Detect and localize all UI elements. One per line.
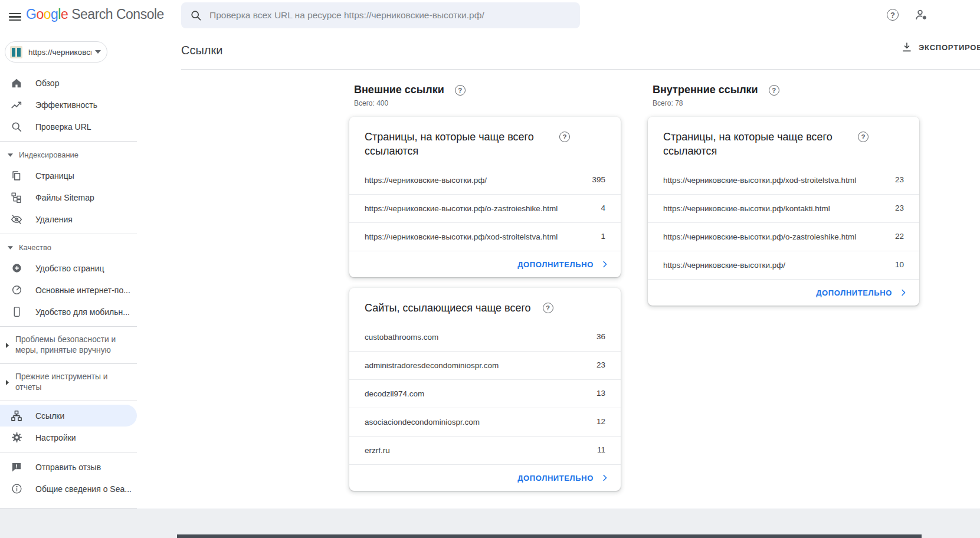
sidebar-item-label: Ссылки xyxy=(35,411,64,421)
row-url: https://черниковские-высотки.рф/ xyxy=(365,175,487,186)
sidebar-section-experience[interactable]: Качество xyxy=(0,238,137,257)
row-count: 10 xyxy=(895,260,904,269)
table-row[interactable]: administradoresdecondominiospr.com 23 xyxy=(349,351,621,379)
table-row[interactable]: erzrf.ru 11 xyxy=(349,436,621,464)
row-count: 1 xyxy=(601,231,605,241)
logo-letter: e xyxy=(61,6,68,22)
table-row[interactable]: https://черниковские-высотки.рф/xod-stro… xyxy=(349,222,621,251)
sidebar-section-indexing[interactable]: Индексирование xyxy=(0,145,137,165)
sidebar-item-links[interactable]: Ссылки xyxy=(0,405,137,427)
table-row[interactable]: asociaciondecondominiospr.com 12 xyxy=(349,408,621,436)
sidebar-item-feedback[interactable]: Отправить отзыв xyxy=(0,456,137,478)
core-web-vitals-icon xyxy=(9,283,24,297)
chevron-right-icon xyxy=(599,259,610,270)
sidebar-item-label: Эффективность xyxy=(35,100,97,110)
sidebar-item-label: Удобство для мобильн... xyxy=(35,307,130,317)
sidebar-section-label: Индексирование xyxy=(19,150,78,159)
internal-links-header: Внутренние ссылки ? Всего: 78 xyxy=(653,84,919,107)
sidebar-item-label: Страницы xyxy=(35,171,74,181)
sidebar-divider xyxy=(0,141,137,142)
property-selector[interactable]: https://черниковски... xyxy=(5,41,107,63)
help-icon[interactable]: ? xyxy=(769,85,779,96)
sidebar-item-core-web-vitals[interactable]: Основные интернет-по... xyxy=(0,279,137,301)
search-input[interactable] xyxy=(209,10,572,21)
sidebar-divider xyxy=(0,363,137,364)
chevron-down-icon xyxy=(6,246,14,250)
help-icon[interactable]: ? xyxy=(455,85,466,96)
help-icon[interactable]: ? xyxy=(858,132,868,142)
table-row[interactable]: https://черниковские-высотки.рф/o-zastro… xyxy=(349,194,621,222)
row-url: decodzil974.com xyxy=(365,388,424,399)
logo-letter: o xyxy=(36,6,43,22)
sidebar-item-about[interactable]: Общие сведения о Sea... xyxy=(0,478,137,500)
sidebar-item-security-manual-actions[interactable]: Проблемы безопасности и меры, принятые в… xyxy=(0,330,137,360)
page-title: Ссылки xyxy=(181,44,222,57)
table-row[interactable]: https://черниковские-высотки.рф/ 10 xyxy=(648,251,919,279)
sitemaps-icon xyxy=(9,191,24,205)
sidebar-item-url-inspection[interactable]: Проверка URL xyxy=(0,116,137,137)
table-row[interactable]: custobathrooms.com 36 xyxy=(349,323,621,351)
table-row[interactable]: decodzil974.com 13 xyxy=(349,379,621,408)
export-button[interactable]: ЭКСПОРТИРОВА xyxy=(901,41,980,53)
hamburger-icon[interactable] xyxy=(5,8,26,24)
property-label: https://черниковски... xyxy=(28,48,91,57)
sidebar-item-performance[interactable]: Эффективность xyxy=(0,94,137,116)
sidebar-item-label: Удаления xyxy=(35,215,73,224)
url-inspection-searchbox xyxy=(181,2,580,28)
bottom-strip xyxy=(0,509,980,538)
top-linked-pages-internal-card: Страницы, на которые чаще всего ссылаютс… xyxy=(648,117,919,306)
sidebar-item-mobile-usability[interactable]: Удобство для мобильн... xyxy=(0,301,137,323)
sidebar-item-label: Основные интернет-по... xyxy=(35,286,130,295)
row-url: https://черниковские-высотки.рф/xod-stro… xyxy=(663,175,856,186)
logo-letter: g xyxy=(51,6,58,22)
row-url: erzrf.ru xyxy=(365,445,390,456)
settings-icon xyxy=(9,431,24,445)
sidebar-divider xyxy=(0,234,137,234)
sidebar-item-page-experience[interactable]: Удобство страниц xyxy=(0,257,137,279)
table-row[interactable]: https://черниковские-высотки.рф/o-zastro… xyxy=(648,222,919,251)
report-columns: Внешние ссылки ? Всего: 400 Страницы, на… xyxy=(137,70,980,491)
more-label: ДОПОЛНИТЕЛЬНО xyxy=(517,474,594,483)
sidebar-divider xyxy=(0,326,137,327)
pages-icon xyxy=(9,169,24,183)
help-icon[interactable]: ? xyxy=(543,303,553,313)
more-button[interactable]: ДОПОЛНИТЕЛЬНО xyxy=(349,251,621,277)
sidebar-item-label: Проверка URL xyxy=(35,122,91,132)
table-row[interactable]: https://черниковские-высотки.рф/kontakti… xyxy=(648,194,919,222)
sidebar-item-legacy-tools[interactable]: Прежние инструменты и отчеты xyxy=(0,368,137,397)
url-inspection-icon xyxy=(9,120,24,134)
sidebar-item-settings[interactable]: Настройки xyxy=(0,427,137,448)
help-icon[interactable]: ? xyxy=(887,9,899,21)
main-content: Ссылки ЭКСПОРТИРОВА Внешние ссылки ? Все… xyxy=(137,31,980,509)
logo-suffix: Search Console xyxy=(71,6,164,22)
table-row[interactable]: https://черниковские-высотки.рф/xod-stro… xyxy=(648,166,919,194)
performance-icon xyxy=(9,98,24,112)
row-url: https://черниковские-высотки.рф/o-zastro… xyxy=(663,231,856,242)
sidebar-divider xyxy=(0,401,137,401)
more-button[interactable]: ДОПОЛНИТЕЛЬНО xyxy=(648,279,919,306)
chevron-down-icon xyxy=(6,153,14,157)
sidebar-item-sitemaps[interactable]: Файлы Sitemap xyxy=(0,186,137,208)
row-url: https://черниковские-высотки.рф/xod-stro… xyxy=(365,231,558,242)
sidebar-item-removals[interactable]: Удаления xyxy=(0,208,137,230)
logo-letter: G xyxy=(26,6,36,22)
external-links-total: Всего: 400 xyxy=(354,99,621,107)
export-label: ЭКСПОРТИРОВА xyxy=(919,43,980,52)
row-count: 23 xyxy=(895,203,904,212)
internal-links-column: Внутренние ссылки ? Всего: 78 Страницы, … xyxy=(648,84,919,491)
row-url: https://черниковские-высотки.рф/o-zastro… xyxy=(365,203,558,214)
row-url: https://черниковские-высотки.рф/ xyxy=(663,260,785,271)
sidebar-item-label: Настройки xyxy=(35,433,76,442)
more-button[interactable]: ДОПОЛНИТЕЛЬНО xyxy=(349,464,621,491)
table-row[interactable]: https://черниковские-высотки.рф/ 395 xyxy=(349,166,621,194)
row-count: 4 xyxy=(601,203,605,212)
home-icon xyxy=(9,76,24,90)
chevron-right-icon xyxy=(4,343,11,348)
account-settings-icon[interactable] xyxy=(914,8,928,22)
site-favicon xyxy=(10,46,22,58)
row-count: 395 xyxy=(592,175,605,184)
app-logo[interactable]: GoogleSearch Console xyxy=(26,6,164,22)
help-icon[interactable]: ? xyxy=(559,132,570,142)
sidebar-item-overview[interactable]: Обзор xyxy=(0,72,137,94)
sidebar-item-pages[interactable]: Страницы xyxy=(0,165,137,186)
